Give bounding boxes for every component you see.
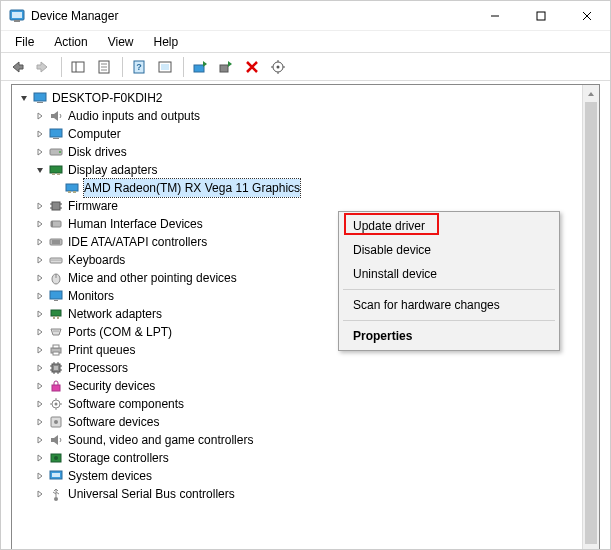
context-update-driver[interactable]: Update driver: [341, 214, 557, 238]
svg-rect-28: [52, 173, 55, 175]
tree-node-label: Firmware: [68, 197, 118, 215]
scroll-down-button[interactable]: [583, 544, 599, 550]
close-button[interactable]: [564, 1, 610, 31]
svg-rect-22: [37, 102, 43, 103]
svg-rect-24: [53, 138, 59, 139]
tree-node-display[interactable]: Display adapters: [32, 161, 599, 179]
enable-device-button[interactable]: [214, 55, 238, 79]
tree-node-label: Network adapters: [68, 305, 162, 323]
action-button[interactable]: [153, 55, 177, 79]
help-button[interactable]: ?: [127, 55, 151, 79]
monitor-icon: [48, 126, 64, 142]
tree-node-label: Software components: [68, 395, 184, 413]
uninstall-device-button[interactable]: [240, 55, 264, 79]
tree-node-swcomp[interactable]: Software components: [32, 395, 599, 413]
tree-node-storage[interactable]: Storage controllers: [32, 449, 599, 467]
scroll-track[interactable]: [583, 102, 599, 544]
display-adapter-icon: [64, 180, 80, 196]
context-scan-hardware[interactable]: Scan for hardware changes: [341, 293, 557, 317]
svg-rect-27: [50, 166, 62, 173]
chevron-right-icon[interactable]: [34, 236, 46, 248]
monitor-icon: [48, 288, 64, 304]
menu-action[interactable]: Action: [44, 32, 97, 52]
tree-node-disk[interactable]: Disk drives: [32, 143, 599, 161]
chevron-right-icon[interactable]: [34, 200, 46, 212]
context-properties[interactable]: Properties: [341, 324, 557, 348]
properties-button[interactable]: [92, 55, 116, 79]
svg-point-47: [58, 260, 59, 261]
tree-node-usb[interactable]: Universal Serial Bus controllers: [32, 485, 599, 503]
security-icon: [48, 378, 64, 394]
menu-file[interactable]: File: [5, 32, 44, 52]
tree-node-processors[interactable]: Processors: [32, 359, 599, 377]
context-separator: [343, 320, 555, 321]
chevron-down-icon[interactable]: [18, 92, 30, 104]
svg-rect-32: [73, 191, 76, 193]
tree-node-label: Computer: [68, 125, 121, 143]
chevron-right-icon[interactable]: [34, 272, 46, 284]
svg-point-76: [54, 420, 58, 424]
network-icon: [48, 306, 64, 322]
chevron-right-icon[interactable]: [34, 290, 46, 302]
svg-point-58: [58, 331, 59, 332]
chevron-right-icon[interactable]: [34, 452, 46, 464]
port-icon: [48, 324, 64, 340]
chevron-right-icon[interactable]: [34, 380, 46, 392]
toolbar-divider: [61, 57, 62, 77]
minimize-button[interactable]: [472, 1, 518, 31]
speaker-icon: [48, 108, 64, 124]
chevron-right-icon[interactable]: [34, 110, 46, 122]
scroll-up-button[interactable]: [583, 85, 599, 102]
forward-button[interactable]: [31, 55, 55, 79]
maximize-button[interactable]: [518, 1, 564, 31]
tree-node-label: Security devices: [68, 377, 155, 395]
chevron-right-icon[interactable]: [34, 470, 46, 482]
update-driver-button[interactable]: [188, 55, 212, 79]
svg-rect-53: [51, 310, 61, 316]
tree-node-label: Software devices: [68, 413, 159, 431]
chevron-right-icon[interactable]: [34, 434, 46, 446]
tree-node-swdev[interactable]: Software devices: [32, 413, 599, 431]
tree-node-security[interactable]: Security devices: [32, 377, 599, 395]
back-button[interactable]: [5, 55, 29, 79]
chevron-right-icon[interactable]: [34, 416, 46, 428]
scan-hardware-button[interactable]: [266, 55, 290, 79]
context-disable-device[interactable]: Disable device: [341, 238, 557, 262]
tree-node-label: Sound, video and game controllers: [68, 431, 253, 449]
vertical-scrollbar[interactable]: [582, 85, 599, 550]
tree-node-label: Audio inputs and outputs: [68, 107, 200, 125]
chevron-right-icon[interactable]: [34, 218, 46, 230]
chevron-right-icon[interactable]: [34, 254, 46, 266]
show-hide-tree-button[interactable]: [66, 55, 90, 79]
svg-rect-7: [72, 62, 84, 72]
tree-node-system[interactable]: System devices: [32, 467, 599, 485]
svg-point-48: [60, 260, 61, 261]
chevron-down-icon[interactable]: [34, 164, 46, 176]
chevron-right-icon[interactable]: [34, 488, 46, 500]
chevron-right-icon[interactable]: [34, 362, 46, 374]
tree-node-display-child[interactable]: AMD Radeon(TM) RX Vega 11 Graphics: [48, 179, 599, 197]
menu-help[interactable]: Help: [144, 32, 189, 52]
menu-view[interactable]: View: [98, 32, 144, 52]
svg-rect-63: [54, 366, 58, 370]
chevron-right-icon[interactable]: [34, 344, 46, 356]
tree-node-audio[interactable]: Audio inputs and outputs: [32, 107, 599, 125]
chevron-right-icon[interactable]: [34, 398, 46, 410]
tree-root[interactable]: DESKTOP-F0KDIH2: [16, 89, 599, 107]
window-controls: [472, 1, 610, 31]
chevron-right-icon[interactable]: [34, 326, 46, 338]
chevron-right-icon[interactable]: [34, 128, 46, 140]
context-uninstall-device[interactable]: Uninstall device: [341, 262, 557, 286]
toolbar-divider: [122, 57, 123, 77]
tree-node-label: Storage controllers: [68, 449, 169, 467]
chevron-right-icon[interactable]: [34, 308, 46, 320]
svg-rect-80: [52, 473, 60, 477]
scroll-thumb[interactable]: [585, 102, 597, 544]
svg-rect-4: [537, 12, 545, 20]
tree-node-sound[interactable]: Sound, video and game controllers: [32, 431, 599, 449]
tree-node-computer[interactable]: Computer: [32, 125, 599, 143]
chevron-right-icon[interactable]: [34, 146, 46, 158]
tree-node-label: Keyboards: [68, 251, 125, 269]
cpu-icon: [48, 360, 64, 376]
device-tree-panel: DESKTOP-F0KDIH2 Audio inputs and outputs…: [11, 84, 600, 550]
